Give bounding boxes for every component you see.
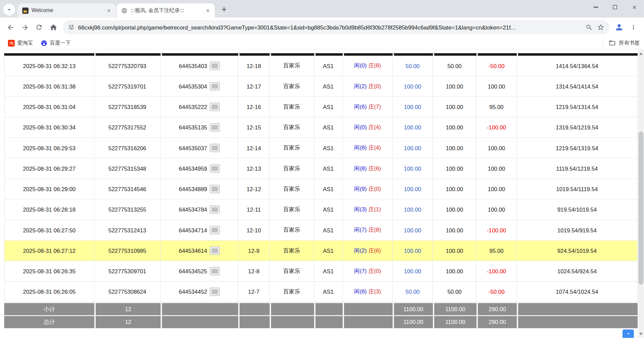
table-row[interactable]: 2025-08-31 06:29:00 522775314546 6445348… [4,179,638,200]
table-row[interactable]: 2025-08-31 06:27:12 522775310985 6445346… [4,241,638,261]
bet-table-body: 2025-08-31 06:32:13 522775320793 6445354… [4,56,638,328]
bookmark-label: 百度一下 [50,40,71,47]
cell-order-number: 522775316206 [94,138,161,158]
reload-button[interactable] [32,20,46,35]
game-detail-icon[interactable] [210,82,220,91]
cell-winloss: 100.00 [477,159,517,179]
game-number: 644535222 [179,104,207,110]
game-detail-icon[interactable] [210,246,220,255]
game-detail-icon[interactable] [210,62,220,70]
cell-game-number: 644534784 [161,200,238,220]
table-row[interactable]: 2025-08-31 06:26:35 522775309701 6445345… [4,261,638,282]
table-row[interactable]: 2025-08-31 06:32:13 522775320793 6445354… [4,56,638,76]
cell-bet-amount: 100.00 [393,76,433,97]
table-row[interactable]: 2025-08-31 06:29:53 522775316206 6445350… [4,138,638,158]
cell-bet-amount: 100.00 [393,117,433,138]
tab-bet-record[interactable]: :::视讯, 会员下注纪录::: [117,3,215,18]
window-close-button[interactable] [625,0,644,14]
game-detail-icon[interactable] [210,103,220,111]
cell-game-number: 644535304 [161,76,238,97]
tab-welcome[interactable]: Welcome [18,3,116,18]
header-bar [238,53,270,56]
summary-empty [517,303,638,315]
cell-balance: 1074.54/1024.54 [517,282,638,302]
forward-button[interactable] [18,20,32,35]
menu-button[interactable] [626,20,641,35]
table-row[interactable]: 2025-08-31 06:30:34 522775317552 6445351… [4,117,638,138]
game-number: 644534889 [179,186,207,192]
bookmark-aitaobao[interactable]: 淘 爱淘宝 [4,38,37,48]
game-detail-icon[interactable] [210,288,220,296]
window-minimize-button[interactable] [586,0,605,14]
bookmark-baidu[interactable]: 百度一下 [37,38,75,48]
cell-order-number: 522775318539 [94,97,161,117]
tab-close-icon[interactable] [204,7,211,14]
scrollbar-down-arrow[interactable] [638,331,644,337]
table-row[interactable]: 2025-08-31 06:28:18 522775313255 6445347… [4,200,638,220]
cell-bet-time: 2025-08-31 06:28:18 [4,200,95,220]
cell-bet-amount: 100.00 [393,97,433,117]
game-detail-icon[interactable] [210,123,220,132]
summary-winloss-total: 290.00 [477,316,517,328]
maximize-icon [613,5,617,9]
home-button[interactable] [46,20,61,35]
game-detail-icon[interactable] [210,185,220,193]
cell-valid-amount: 100.00 [433,179,477,200]
cell-round: 12-18 [238,56,270,76]
game-number: 644535403 [179,63,207,69]
cell-table-code: AS1 [314,282,343,302]
url-text[interactable]: 66cxkj98.com/ipl/portal.php/game/betreco… [78,24,582,31]
tab-strip: Welcome :::视讯, 会员下注纪录::: + [0,0,644,18]
cell-game-type: 百家乐 [270,220,314,240]
bookmark-star-icon[interactable] [597,23,605,31]
baidu-paw-icon [41,40,47,46]
new-tab-button[interactable]: + [218,3,230,15]
profile-button[interactable] [612,20,627,35]
banker-result: 庄(4) [368,144,381,152]
browser-window: Welcome :::视讯, 会员下注纪录::: + [0,0,644,338]
game-detail-icon[interactable] [210,206,220,214]
cell-table-code: AS1 [314,76,343,97]
window-maximize-button[interactable] [605,0,625,14]
cell-balance: 919.54/1019.54 [517,200,638,220]
cell-order-number: 522775317552 [94,117,161,138]
scroll-to-top-button[interactable] [623,330,634,338]
table-row[interactable]: 2025-08-31 06:31:38 522775319701 6445353… [4,76,638,97]
bookmarks-right: 所有书签 [603,40,640,47]
all-bookmarks-label[interactable]: 所有书签 [619,40,640,47]
cell-game-type: 百家乐 [270,200,314,220]
cell-game-type: 百家乐 [270,56,314,76]
table-row[interactable]: 2025-08-31 06:31:04 522775318539 6445352… [4,97,638,117]
game-detail-icon[interactable] [210,226,220,234]
site-settings-icon[interactable] [68,24,75,31]
game-detail-icon[interactable] [210,144,220,152]
cell-order-number: 522775320793 [94,56,161,76]
table-row[interactable]: 2025-08-31 06:27:50 522775312413 6445347… [4,220,638,240]
tab-search-button[interactable] [3,4,15,15]
header-bar [94,53,161,56]
cell-game-type: 百家乐 [270,241,314,261]
bookmarks-separator [603,40,603,46]
table-row[interactable]: 2025-08-31 06:26:05 522775308624 6445344… [4,282,638,302]
back-button[interactable] [3,20,18,35]
banker-result: 庄(1) [368,206,381,214]
cell-result: 闲(8) 庄(4) [343,138,393,158]
cell-table-code: AS1 [314,117,343,138]
bet-record-table: 2025-08-31 06:32:13 522775320793 6445354… [4,53,638,328]
page-scrollbar[interactable] [638,50,644,338]
game-detail-icon[interactable] [210,164,220,173]
banker-result: 庄(8) [368,226,381,234]
scrollbar-up-arrow[interactable] [638,50,644,57]
zoom-icon[interactable] [586,24,593,31]
summary-valid-total: 1100.00 [433,316,477,328]
browser-toolbar: 66cxkj98.com/ipl/portal.php/game/betreco… [0,18,644,37]
table-row[interactable]: 2025-08-31 06:29:27 522775315348 6445349… [4,159,638,179]
cell-game-number: 644534452 [161,282,238,302]
address-bar[interactable]: 66cxkj98.com/ipl/portal.php/game/betreco… [63,20,610,35]
game-detail-icon[interactable] [210,267,220,275]
scrollbar-thumb[interactable] [639,132,644,285]
tab-close-icon[interactable] [105,7,112,14]
welcome-favicon-icon [22,7,29,14]
cell-round: 12-16 [238,97,270,117]
player-result: 闲(8) [354,288,367,296]
